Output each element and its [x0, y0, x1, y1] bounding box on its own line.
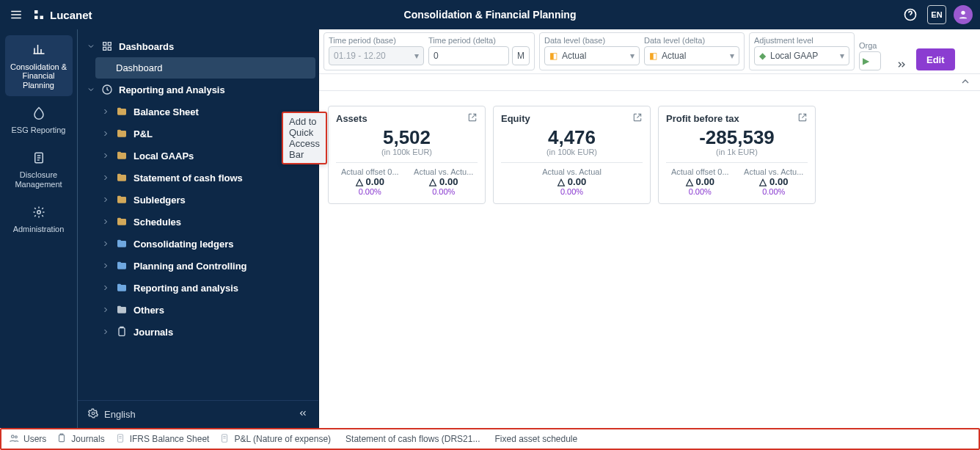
- tree-item-7[interactable]: Planning and Controlling: [95, 255, 315, 277]
- cube-icon: ◧: [549, 51, 557, 61]
- chart-icon: [32, 43, 45, 58]
- time-unit-badge: M: [512, 46, 530, 65]
- report-icon: [115, 433, 125, 446]
- brand-logo: Lucanet: [32, 8, 92, 21]
- metric-pct: 0.00%: [666, 187, 734, 196]
- metric-pct: 0.00%: [336, 187, 404, 196]
- rail-label: Administration: [13, 225, 65, 234]
- svg-point-3: [37, 211, 40, 214]
- delta-icon: △: [686, 176, 693, 187]
- tree-dashboard-item[interactable]: Dashboard: [95, 57, 315, 79]
- card-value: -285,539: [666, 126, 808, 149]
- card-title: Equity: [501, 113, 530, 124]
- context-menu-add-quick-access[interactable]: Add to Quick Access Bar: [282, 112, 327, 164]
- quickbar-item-1[interactable]: Journals: [56, 433, 104, 446]
- chevron-down-icon: ▾: [840, 51, 844, 61]
- quickbar-item-2[interactable]: IFRS Balance Sheet: [115, 433, 210, 446]
- gear-icon[interactable]: [88, 408, 98, 421]
- rail-label: Consolidation & Financial Planning: [8, 62, 70, 90]
- svg-rect-7: [108, 47, 111, 50]
- time-period-delta-input[interactable]: 0: [428, 46, 509, 65]
- rail-label: Disclosure Management: [8, 170, 70, 189]
- rail-item-0[interactable]: Consolidation & Financial Planning: [5, 35, 73, 96]
- quickbar-item-5[interactable]: Fixed asset schedule: [490, 434, 577, 444]
- metric-value: △0.00: [740, 176, 808, 187]
- card-unit: (in 1k EUR): [666, 148, 808, 156]
- tree-item-8[interactable]: Reporting and analysis: [95, 277, 315, 299]
- svg-point-10: [92, 412, 95, 415]
- hamburger-menu[interactable]: [7, 6, 25, 23]
- tree-journals[interactable]: Journals: [81, 321, 315, 343]
- delta-icon: △: [557, 176, 565, 187]
- card-title: Assets: [336, 113, 368, 124]
- metric-label: Actual vs. Actu...: [740, 167, 808, 176]
- metric-pct: 0.00%: [501, 187, 643, 196]
- tree-item-9[interactable]: Others: [95, 299, 315, 321]
- tree-item-6[interactable]: Consolidating ledgers: [95, 233, 315, 255]
- help-icon[interactable]: [901, 5, 920, 24]
- data-level-delta-select[interactable]: ◧ Actual ▾: [644, 46, 739, 65]
- tree-item-3[interactable]: Statement of cash flows: [95, 167, 315, 189]
- filter-label-data-base: Data level (base): [544, 36, 640, 45]
- card-unit: (in 100k EUR): [336, 148, 478, 156]
- doc-icon: [32, 151, 45, 167]
- svg-point-1: [961, 11, 965, 15]
- clipboard-icon: [56, 433, 67, 446]
- adjustment-level-select[interactable]: ◆ Local GAAP ▾: [754, 46, 849, 65]
- metric-pct: 0.00%: [740, 187, 808, 196]
- collapse-filters-icon[interactable]: [891, 59, 912, 70]
- tree-reporting[interactable]: Reporting and Analysis: [81, 79, 315, 101]
- language-label[interactable]: English: [104, 409, 136, 420]
- filter-label-org: Orga: [859, 41, 887, 50]
- edit-button[interactable]: Edit: [916, 48, 955, 70]
- rail-item-1[interactable]: ESG Reporting: [5, 99, 73, 141]
- popout-icon[interactable]: [797, 112, 808, 125]
- card-0: Assets5,502(in 100k EUR)Actual offset 0.…: [328, 106, 486, 204]
- rail-item-2[interactable]: Disclosure Management: [5, 144, 73, 195]
- user-avatar[interactable]: [954, 5, 973, 24]
- tree-item-5[interactable]: Schedules: [95, 211, 315, 233]
- card-unit: (in 100k EUR): [501, 148, 643, 156]
- language-badge[interactable]: EN: [927, 5, 946, 24]
- svg-rect-9: [119, 328, 125, 336]
- chevron-down-icon: ▾: [414, 51, 419, 61]
- delta-icon: △: [429, 176, 436, 187]
- popout-icon[interactable]: [632, 112, 643, 125]
- card-value: 5,502: [336, 126, 478, 149]
- chevron-up-icon[interactable]: [959, 76, 973, 89]
- tree-item-4[interactable]: Subledgers: [95, 189, 315, 211]
- leaf-icon: [32, 106, 45, 122]
- svg-rect-13: [59, 435, 65, 441]
- card-title: Profit before tax: [666, 113, 739, 124]
- card-1: Equity4,476(in 100k EUR)Actual vs. Actua…: [493, 106, 651, 204]
- metric-value: △0.00: [666, 176, 734, 187]
- rail-item-3[interactable]: Administration: [5, 198, 73, 240]
- quickbar-item-4[interactable]: Statement of cash flows (DRS21...: [341, 434, 480, 444]
- delta-icon: △: [356, 176, 363, 187]
- page-title: Consolidation & Financial Planning: [404, 9, 577, 21]
- quickbar-item-0[interactable]: Users: [9, 433, 46, 446]
- metric-label: Actual offset 0...: [666, 167, 734, 176]
- filter-label-adjustment: Adjustment level: [754, 36, 849, 45]
- filter-label-data-delta: Data level (delta): [644, 36, 739, 45]
- tree-dashboards[interactable]: Dashboards: [81, 35, 315, 57]
- metric-pct: 0.00%: [410, 187, 478, 196]
- quickbar-item-3[interactable]: P&L (Nature of expense): [219, 433, 331, 446]
- collapse-sidebar-icon[interactable]: [298, 408, 308, 421]
- popout-icon[interactable]: [467, 112, 478, 125]
- org-select[interactable]: ▶: [859, 51, 881, 70]
- svg-point-11: [12, 435, 15, 438]
- data-level-base-select[interactable]: ◧ Actual ▾: [544, 46, 640, 65]
- svg-rect-4: [103, 43, 106, 46]
- play-icon: ▶: [863, 56, 869, 66]
- chevron-down-icon: ▾: [730, 51, 734, 61]
- rail-label: ESG Reporting: [12, 126, 66, 135]
- chip-icon: ◆: [759, 51, 766, 61]
- card-2: Profit before tax-285,539(in 1k EUR)Actu…: [658, 106, 816, 204]
- filter-label-time-base: Time period (base): [329, 36, 424, 45]
- svg-rect-6: [103, 47, 106, 50]
- metric-label: Actual vs. Actual: [501, 167, 643, 176]
- time-period-base-select[interactable]: 01.19 - 12.20 ▾: [329, 46, 424, 65]
- svg-point-12: [15, 435, 17, 438]
- delta-icon: △: [759, 176, 767, 187]
